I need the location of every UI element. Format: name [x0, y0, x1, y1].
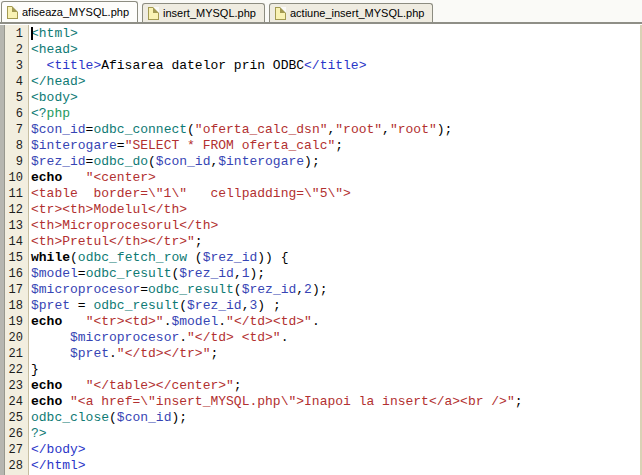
- code-token-plain: .: [179, 330, 187, 345]
- code-token-var: $con_id: [156, 154, 211, 169]
- line-number: 23: [0, 378, 28, 394]
- code-line[interactable]: $interogare="SELECT * FROM oferta_calc";: [31, 138, 640, 154]
- code-token-plain: );: [312, 282, 328, 297]
- code-token-plain: ;: [515, 394, 523, 409]
- code-token-plain: ;: [210, 346, 218, 361]
- code-token-plain: [31, 58, 47, 73]
- code-token-var: $rez_id: [187, 298, 242, 313]
- code-line[interactable]: $pret."</td></tr>";: [31, 346, 640, 362]
- code-token-var: $pret: [70, 346, 109, 361]
- code-line[interactable]: $rez_id=odbc_do($con_id,$interogare);: [31, 154, 640, 170]
- code-line[interactable]: $model=odbc_result($rez_id,1);: [31, 266, 640, 282]
- code-token-plain: (: [234, 282, 242, 297]
- code-token-plain: [31, 346, 70, 361]
- code-token-plain: ,: [296, 282, 304, 297]
- code-token-plain: =: [117, 138, 125, 153]
- code-line[interactable]: echo "<center>: [31, 170, 640, 186]
- code-token-var: $pret: [31, 298, 70, 313]
- code-editor[interactable]: 1234567891011121314151617181920212223242…: [0, 25, 642, 475]
- code-token-str: "<a href=\"insert_MYSQL.php\">Inapoi la …: [70, 394, 515, 409]
- code-line[interactable]: ?>: [31, 426, 640, 442]
- code-token-str: "</td><td>": [226, 314, 312, 329]
- code-token-var: $rez_id: [179, 266, 234, 281]
- line-number: 11: [0, 186, 28, 202]
- code-token-kw: echo: [31, 314, 62, 329]
- code-token-plain: .: [218, 314, 226, 329]
- file-icon: [7, 6, 18, 19]
- tab-actiune-insert-mysql-php[interactable]: actiune_insert_MYSQL.php: [269, 3, 434, 22]
- line-number: 17: [0, 282, 28, 298]
- code-area[interactable]: <html><head> <title>Afisarea datelor pri…: [29, 25, 640, 475]
- code-token-plain: );: [250, 266, 266, 281]
- code-token-num: 1: [242, 266, 250, 281]
- line-number: 13: [0, 218, 28, 234]
- code-line[interactable]: <th>Microprocesorul</th>: [31, 218, 640, 234]
- code-token-var: $rez_id: [31, 154, 86, 169]
- code-line[interactable]: <th>Pretul</th></tr>";: [31, 234, 640, 250]
- code-token-fn: odbc_result: [148, 282, 234, 297]
- code-token-fn: odbc_do: [93, 154, 148, 169]
- code-line[interactable]: $con_id=odbc_connect("oferta_calc_dsn","…: [31, 122, 640, 138]
- line-number: 4: [0, 74, 28, 90]
- line-number: 21: [0, 346, 28, 362]
- code-token-plain: (: [148, 154, 156, 169]
- line-number: 16: [0, 266, 28, 282]
- code-line[interactable]: echo "<a href=\"insert_MYSQL.php\">Inapo…: [31, 394, 640, 410]
- line-number: 3: [0, 58, 28, 74]
- code-token-plain: ;: [234, 378, 242, 393]
- code-token-plain: [62, 314, 85, 329]
- code-token-plain: }: [31, 362, 39, 377]
- code-line[interactable]: </head>: [31, 74, 640, 90]
- code-line[interactable]: echo "<tr><td>".$model."</td><td>".: [31, 314, 640, 330]
- code-line[interactable]: <?php: [31, 106, 640, 122]
- code-token-plain: .: [109, 346, 117, 361]
- tab-insert-mysql-php[interactable]: insert_MYSQL.php: [142, 3, 265, 22]
- code-token-plain: Afisarea datelor prin ODBC: [101, 58, 304, 73]
- code-line[interactable]: <html>: [31, 26, 640, 42]
- code-token-plain: (: [70, 250, 78, 265]
- code-token-plain: ,: [382, 122, 390, 137]
- code-line[interactable]: odbc_close($con_id);: [31, 410, 640, 426]
- code-token-var: $microprocesor: [70, 330, 179, 345]
- code-token-str: "SELECT * FROM oferta_calc": [125, 138, 336, 153]
- code-token-var: $con_id: [31, 122, 86, 137]
- code-token-plain: ;: [195, 234, 203, 249]
- text-caret: [31, 27, 33, 40]
- line-number: 25: [0, 410, 28, 426]
- code-line[interactable]: <tr><th>Modelul</th>: [31, 202, 640, 218]
- code-line[interactable]: <body>: [31, 90, 640, 106]
- code-line[interactable]: <table border=\"1\" cellpadding=\"5\">: [31, 186, 640, 202]
- code-line[interactable]: }: [31, 362, 640, 378]
- code-line[interactable]: </html>: [31, 458, 640, 474]
- tab-label: afiseaza_MYSQL.php: [22, 6, 129, 18]
- code-line[interactable]: while(odbc_fetch_row ($rez_id)) {: [31, 250, 640, 266]
- code-token-fn: odbc_fetch_row: [78, 250, 187, 265]
- line-number: 14: [0, 234, 28, 250]
- tab-afiseaza-mysql-php[interactable]: afiseaza_MYSQL.php: [1, 1, 138, 22]
- file-icon: [148, 7, 159, 20]
- code-token-var: $rez_id: [242, 282, 297, 297]
- code-token-plain: [62, 378, 85, 393]
- code-line[interactable]: <head>: [31, 42, 640, 58]
- code-token-str: <th>Microprocesorul</th>: [31, 218, 218, 233]
- code-token-kw: echo: [31, 378, 62, 393]
- code-token-plain: =: [78, 266, 86, 281]
- code-token-titletag: </body>: [31, 442, 86, 457]
- code-token-plain: =: [70, 298, 93, 313]
- code-line[interactable]: </body>: [31, 442, 640, 458]
- code-line[interactable]: $pret = odbc_result($rez_id,3) ;: [31, 298, 640, 314]
- code-token-tag: <?: [31, 106, 47, 121]
- code-line[interactable]: $microprocesor=odbc_result($rez_id,2);: [31, 282, 640, 298]
- code-token-var: $con_id: [117, 410, 172, 425]
- code-token-str: "<center>: [86, 170, 156, 185]
- code-line[interactable]: echo "</table></center>";: [31, 378, 640, 394]
- code-token-plain: =: [140, 282, 148, 297]
- code-token-str: "root": [390, 122, 437, 137]
- code-token-var: $model: [171, 314, 218, 329]
- code-token-plain: (: [187, 122, 195, 137]
- code-line[interactable]: $microprocesor."</td> <td>".: [31, 330, 640, 346]
- code-token-fn: odbc_result: [86, 266, 172, 281]
- code-line[interactable]: <title>Afisarea datelor prin ODBC</title…: [31, 58, 640, 74]
- code-token-plain: (: [109, 410, 117, 425]
- code-token-str: "root": [335, 122, 382, 137]
